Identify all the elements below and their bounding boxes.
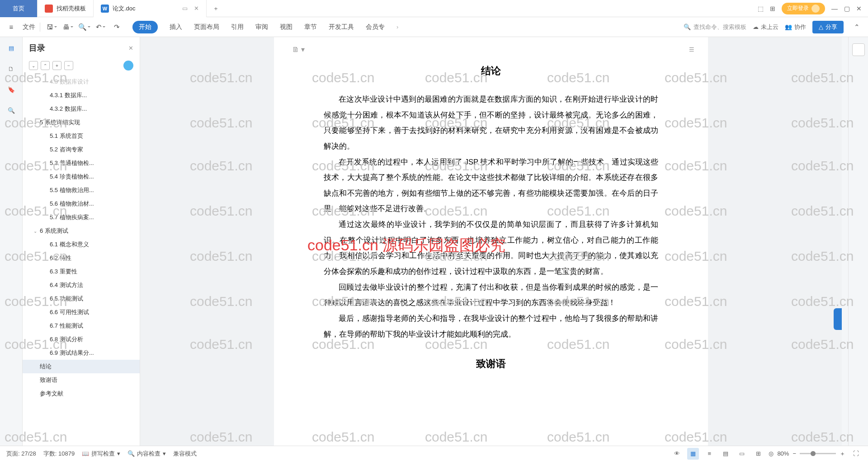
outline-rail-icon[interactable]: ▤ xyxy=(6,42,17,53)
tab-window-icon[interactable]: ▭ xyxy=(182,5,188,12)
rightrail-button[interactable] xyxy=(852,43,865,56)
outline-item[interactable]: 结论 xyxy=(23,360,140,373)
collapse-ribbon-icon[interactable]: ⌃ xyxy=(850,20,863,34)
outline-item[interactable]: 5.5 植物救治用... xyxy=(23,183,140,197)
outline-item[interactable]: 6.8 测试分析 xyxy=(23,333,140,346)
outline-item[interactable]: 致谢语 xyxy=(23,373,140,387)
outline-item[interactable]: 5.4 珍贵植物检... xyxy=(23,170,140,183)
paragraph: 最后，感谢指导老师的关心和指导，在我毕业设计的整个过程中，他给与了我很多的帮助和… xyxy=(324,310,658,342)
splitview-icon[interactable]: ⊞ xyxy=(752,448,764,460)
side-tab-handle[interactable] xyxy=(834,308,842,330)
toolbar: ≡ 文件 🖫 🖶 🔍 ↶ ↷ 开始 插入 页面布局 引用 审阅 视图 章节 开发… xyxy=(0,17,868,37)
readmode-icon[interactable]: 👁 xyxy=(671,448,683,460)
webview-icon[interactable]: ▤ xyxy=(720,448,731,460)
menu-reference[interactable]: 引用 xyxy=(231,23,244,31)
outline-item[interactable]: 4.3.1 数据库... xyxy=(23,89,140,102)
close-button[interactable]: ✕ xyxy=(856,5,862,12)
menu-member[interactable]: 会员专 xyxy=(366,23,385,31)
undo-icon[interactable]: ↶ xyxy=(94,20,107,34)
menu-layout[interactable]: 页面布局 xyxy=(194,23,219,31)
menu-devtools[interactable]: 开发工具 xyxy=(329,23,354,31)
page-nav-icon[interactable]: 🗎 ▾ xyxy=(292,45,305,54)
outline-item[interactable]: 6.5 功能测试 xyxy=(23,292,140,306)
page-format-icon[interactable]: ☰ xyxy=(689,46,694,53)
outlineview-icon[interactable]: ≡ xyxy=(703,448,715,460)
zoom-control[interactable]: ◎ 80% − ＋ xyxy=(769,450,845,458)
menu-insert[interactable]: 插入 xyxy=(170,23,182,31)
menu-more-icon[interactable]: › xyxy=(396,24,398,30)
zoom-in-button[interactable]: ＋ xyxy=(840,450,845,458)
outline-item[interactable]: 5.2 咨询专家 xyxy=(23,143,140,156)
share-icon: △ xyxy=(819,24,823,30)
menu-review[interactable]: 审阅 xyxy=(255,23,268,31)
cloud-status[interactable]: ☁未上云 xyxy=(753,23,778,31)
collapse-all-button[interactable]: ⌄ xyxy=(29,61,38,70)
page-indicator[interactable]: 页面: 27/28 xyxy=(6,450,36,458)
minimize-button[interactable]: ― xyxy=(831,5,838,12)
outline-item[interactable]: 6.7 性能测试 xyxy=(23,319,140,333)
save-icon[interactable]: 🖫 xyxy=(45,20,58,34)
preview-icon[interactable]: 🔍 xyxy=(77,20,91,34)
avatar-icon xyxy=(811,5,820,13)
find-rail-icon[interactable]: 🔍 xyxy=(6,105,17,116)
bookmark-rail-icon[interactable]: 🔖 xyxy=(6,84,17,95)
file-menu[interactable]: 文件 xyxy=(23,23,35,31)
contentcheck-button[interactable]: 🔍内容检查 ▾ xyxy=(127,450,166,458)
menu-section[interactable]: 章节 xyxy=(304,23,317,31)
print-icon[interactable]: 🖶 xyxy=(61,20,75,34)
fullscreen-icon[interactable]: ⛶ xyxy=(850,448,862,460)
login-button[interactable]: 立即登录 xyxy=(782,3,825,14)
tab-document[interactable]: W论文.doc ▭ ✕ xyxy=(94,0,207,17)
zoom-reset-icon[interactable]: ◎ xyxy=(769,450,774,457)
add-tab-button[interactable]: ＋ xyxy=(207,5,225,13)
outline-item[interactable]: 5.3 普通植物检... xyxy=(23,156,140,170)
sync-button[interactable] xyxy=(123,61,133,71)
outline-item[interactable]: 6.3 重要性 xyxy=(23,265,140,278)
add-heading-button[interactable]: + xyxy=(52,61,61,70)
menu-view[interactable]: 视图 xyxy=(280,23,292,31)
outline-item[interactable]: 6.1 概念和意义 xyxy=(23,238,140,251)
tab-templates[interactable]: 找稻壳模板 xyxy=(38,0,94,17)
pageview-icon[interactable]: ▦ xyxy=(687,448,699,460)
tab-close-icon[interactable]: ✕ xyxy=(194,5,199,12)
command-search[interactable]: 🔍 查找命令、搜索模板 xyxy=(684,23,746,31)
outline-item[interactable]: 5.6 植物救治材... xyxy=(23,197,140,211)
outline-item[interactable]: 6.6 可用性测试 xyxy=(23,306,140,319)
collab-button[interactable]: 👥协作 xyxy=(785,23,806,31)
outline-panel: 目录 ✕ ⌄ ⌃ + − 4.3 数据库设计4.3.1 数据库...4.3.2 … xyxy=(23,37,140,446)
redo-icon[interactable]: ↷ xyxy=(110,20,123,34)
menu-icon[interactable]: ≡ xyxy=(5,20,18,34)
compat-mode[interactable]: 兼容模式 xyxy=(173,450,197,458)
outline-item[interactable]: 6.2 特性 xyxy=(23,251,140,265)
outline-item[interactable]: 6.9 测试结果分... xyxy=(23,346,140,360)
vertical-scrollbar[interactable] xyxy=(842,37,848,446)
tab-home[interactable]: 首页 xyxy=(0,0,38,17)
outline-item[interactable]: ⌄5 系统详细实现 xyxy=(23,116,140,129)
outline-item[interactable]: ⌄6 系统测试 xyxy=(23,224,140,238)
outline-close-icon[interactable]: ✕ xyxy=(128,45,133,52)
spellcheck-button[interactable]: 📖拼写检查 ▾ xyxy=(82,450,120,458)
title-bar: 首页 找稻壳模板 W论文.doc ▭ ✕ ＋ ⬚ ⊞ 立即登录 ― ▢ ✕ xyxy=(0,0,868,17)
outline-list[interactable]: 4.3 数据库设计4.3.1 数据库...4.3.2 数据库...⌄5 系统详细… xyxy=(23,75,140,446)
clip-rail-icon[interactable]: 🗋 xyxy=(6,63,17,74)
outline-item[interactable]: 5.1 系统首页 xyxy=(23,129,140,143)
outline-item[interactable]: 参考文献 xyxy=(23,387,140,400)
page: 🗎 ▾ ☰ 结论 在这次毕业设计中遇到的最困难的方面就是在数据库方面的知识，在刚… xyxy=(274,37,708,446)
expand-all-button[interactable]: ⌃ xyxy=(41,61,50,70)
outline-item[interactable]: 5.7 植物疾病案... xyxy=(23,211,140,224)
word-count[interactable]: 字数: 10879 xyxy=(43,450,75,458)
maximize-button[interactable]: ▢ xyxy=(844,5,850,12)
draftview-icon[interactable]: ▭ xyxy=(736,448,748,460)
share-button[interactable]: △分享 xyxy=(812,21,844,33)
menu-start[interactable]: 开始 xyxy=(132,21,158,33)
layout-icon[interactable]: ⬚ xyxy=(758,5,764,12)
outline-item[interactable]: 6.4 测试方法 xyxy=(23,278,140,292)
outline-item[interactable]: 4.3 数据库设计 xyxy=(23,75,140,89)
outline-item[interactable]: 4.3.2 数据库... xyxy=(23,102,140,116)
remove-heading-button[interactable]: − xyxy=(64,61,73,70)
main-area: ▤ 🗋 🔖 🔍 目录 ✕ ⌄ ⌃ + − 4.3 数据库设计4.3.1 数据库.… xyxy=(0,37,868,446)
document-area[interactable]: 🗎 ▾ ☰ 结论 在这次毕业设计中遇到的最困难的方面就是在数据库方面的知识，在刚… xyxy=(140,37,842,446)
zoom-out-button[interactable]: − xyxy=(793,450,796,457)
apps-icon[interactable]: ⊞ xyxy=(770,5,775,12)
outline-title: 目录 xyxy=(29,42,45,53)
